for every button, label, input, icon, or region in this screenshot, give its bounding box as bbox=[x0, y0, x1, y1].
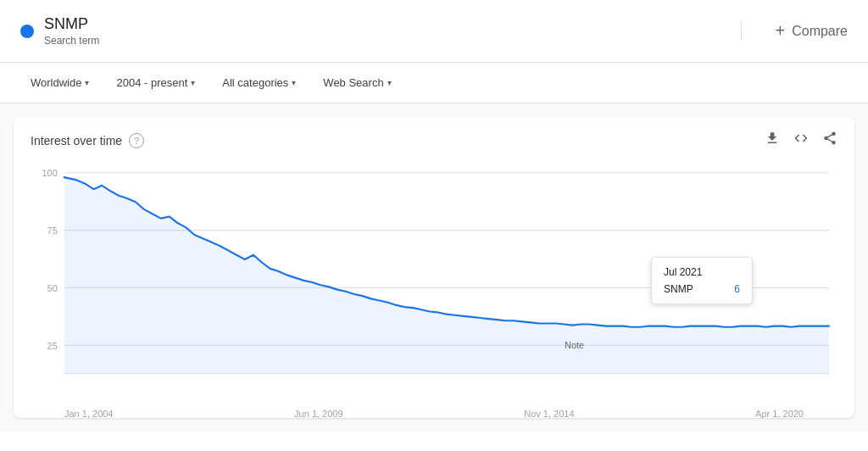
chart-actions bbox=[765, 131, 837, 150]
filter-time[interactable]: 2004 - present ▾ bbox=[106, 71, 205, 94]
compare-plus-icon: + bbox=[776, 21, 786, 41]
svg-text:50: 50 bbox=[47, 282, 58, 292]
chart-card: Interest over time ? bbox=[14, 117, 854, 418]
chevron-down-icon: ▾ bbox=[292, 78, 296, 87]
search-term-label: Search term bbox=[44, 35, 99, 47]
filter-geo-label: Worldwide bbox=[31, 76, 81, 89]
x-label-2009: Jun 1, 2009 bbox=[294, 409, 343, 419]
x-label-2014: Nov 1, 2014 bbox=[524, 409, 574, 419]
chart-title: Interest over time bbox=[31, 134, 122, 148]
help-icon[interactable]: ? bbox=[129, 133, 144, 148]
x-label-2004: Jan 1, 2004 bbox=[64, 409, 114, 419]
chevron-down-icon: ▾ bbox=[191, 78, 195, 87]
tooltip-date: Jul 2021 bbox=[664, 266, 740, 278]
download-icon[interactable] bbox=[765, 131, 780, 150]
search-term-text: SNMP Search term bbox=[44, 15, 99, 47]
chart-title-row: Interest over time ? bbox=[31, 133, 144, 148]
tooltip-term: SNMP bbox=[664, 283, 693, 295]
filter-category-label: All categories bbox=[222, 76, 288, 89]
note-label: Note bbox=[565, 340, 584, 350]
tooltip-row: SNMP 6 bbox=[664, 283, 740, 295]
chart-area: 100 75 50 25 Jul 2021 SNMP 6 Jan 1, 2004 bbox=[31, 164, 837, 401]
main-content: Interest over time ? bbox=[0, 103, 868, 432]
chart-tooltip: Jul 2021 SNMP 6 bbox=[651, 257, 753, 304]
embed-icon[interactable] bbox=[793, 131, 809, 150]
svg-text:75: 75 bbox=[47, 226, 58, 236]
filter-geo[interactable]: Worldwide ▾ bbox=[20, 71, 99, 94]
filter-time-label: 2004 - present bbox=[116, 76, 187, 89]
x-label-2020: Apr 1, 2020 bbox=[755, 409, 804, 419]
chart-header: Interest over time ? bbox=[31, 131, 837, 150]
compare-label: Compare bbox=[792, 24, 848, 39]
search-term-block: SNMP Search term bbox=[20, 15, 741, 47]
filter-bar: Worldwide ▾ 2004 - present ▾ All categor… bbox=[0, 63, 868, 103]
share-icon[interactable] bbox=[822, 131, 837, 150]
compare-section[interactable]: + Compare bbox=[741, 21, 849, 41]
search-term-dot bbox=[20, 25, 34, 38]
chevron-down-icon: ▾ bbox=[85, 78, 89, 87]
svg-text:25: 25 bbox=[47, 340, 58, 350]
filter-search-type-label: Web Search bbox=[323, 76, 383, 89]
chevron-down-icon: ▾ bbox=[387, 78, 392, 87]
filter-category[interactable]: All categories ▾ bbox=[212, 71, 306, 94]
svg-text:100: 100 bbox=[42, 168, 58, 178]
header-bar: SNMP Search term + Compare bbox=[0, 0, 868, 63]
filter-search-type[interactable]: Web Search ▾ bbox=[313, 71, 401, 94]
search-term-name: SNMP bbox=[44, 15, 99, 33]
tooltip-value: 6 bbox=[734, 283, 740, 295]
